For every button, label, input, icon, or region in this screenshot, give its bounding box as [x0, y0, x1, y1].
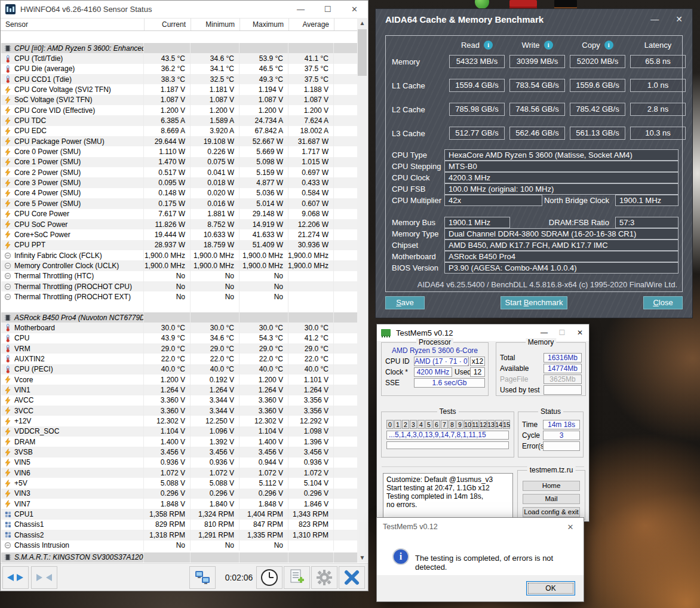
sensor-row[interactable]: VIN71.848 V1.840 V1.848 V1.846 V — [1, 499, 357, 509]
vertical-scrollbar[interactable]: ▲ ▼ — [357, 18, 367, 563]
clock-button[interactable] — [256, 566, 283, 589]
sensor-row[interactable]: Thermal Throttling (HTC)NoNoNo — [1, 271, 357, 281]
sensor-row[interactable]: Motherboard30.0 °C30.0 °C30.0 °C30.0 °C — [1, 323, 357, 333]
sensor-row[interactable]: CPU (PECI)40.0 °C40.0 °C40.0 °C40.0 °C — [1, 364, 357, 374]
test-button-5[interactable]: 5 — [425, 420, 432, 429]
maximize-icon[interactable]: ☐ — [314, 1, 341, 18]
exit-button[interactable] — [339, 566, 365, 589]
sensor-row[interactable]: SoC Voltage (SVI2 TFN)1.087 V1.087 V1.08… — [1, 95, 357, 105]
sensor-row[interactable]: Core 2 Power (SMU)0.517 W0.041 W5.159 W0… — [1, 167, 357, 177]
test-button-6[interactable]: 6 — [433, 420, 440, 429]
sensor-row[interactable]: Core 3 Power (SMU)0.095 W0.018 W4.877 W0… — [1, 177, 357, 188]
desktop-icon-fragment-black[interactable] — [554, 0, 577, 9]
ok-button[interactable]: OK — [526, 581, 575, 595]
sensor-row[interactable]: AVCC3.360 V3.344 V3.360 V3.356 V — [1, 395, 357, 406]
test-button-9[interactable]: 9 — [456, 420, 463, 429]
sensor-row[interactable]: +5V5.088 V5.088 V5.112 V5.104 V — [1, 478, 357, 488]
sensor-row[interactable]: CPU43.9 °C34.6 °C54.3 °C41.2 °C — [1, 333, 357, 343]
column-header-minimum[interactable]: Minimum — [191, 19, 240, 30]
sensor-row[interactable]: Chassis IntrusionNoNoNo — [1, 541, 357, 551]
read-info-icon[interactable]: i — [484, 41, 493, 50]
sensor-row[interactable]: CPU EDC8.669 A3.920 A67.842 A18.002 A — [1, 126, 357, 136]
dialog-titlebar[interactable]: TestMem5 v0.12 ✕ — [377, 518, 584, 536]
save-button[interactable]: Save — [385, 296, 425, 309]
sensor-row[interactable]: 3VSB3.456 V3.456 V3.456 V3.456 V — [1, 447, 357, 457]
copy-info-icon[interactable]: i — [604, 41, 613, 50]
test-button-8[interactable]: 8 — [449, 420, 456, 429]
close-icon[interactable]: ✕ — [341, 1, 368, 18]
sensor-row[interactable]: CPU Package Power (SMU)29.644 W19.108 W5… — [1, 136, 357, 146]
desktop-icon-fragment-red[interactable] — [509, 0, 537, 9]
sensor-row[interactable]: Chassis21,318 RPM1,291 RPM1,335 RPM1,310… — [1, 530, 357, 540]
test-button-14[interactable]: 14 — [495, 420, 502, 429]
sensor-row[interactable]: Core+SoC Power19.444 W10.633 W41.633 W21… — [1, 229, 357, 239]
sensor-row[interactable]: CPU PPT28.937 W18.759 W51.409 W30.936 W — [1, 240, 357, 250]
column-header-sensor[interactable]: Sensor — [1, 19, 144, 30]
sensor-row[interactable]: CPU Core Power7.617 W1.881 W29.148 W9.06… — [1, 209, 357, 219]
site-button-home[interactable]: Home — [523, 481, 580, 491]
sensor-row[interactable]: VRM29.0 °C29.0 °C29.0 °C29.0 °C — [1, 343, 357, 354]
sensor-row[interactable]: CPU CCD1 (Tdie)38.3 °C32.5 °C49.3 °C37.5… — [1, 74, 357, 84]
sensor-row[interactable]: Core 5 Power (SMU)0.175 W0.016 W5.014 W0… — [1, 198, 357, 208]
sensor-row[interactable]: CPU TDC6.385 A1.589 A24.734 A7.624 A — [1, 115, 357, 125]
sensor-row[interactable]: Infinity Fabric Clock (FCLK)1,900.0 MHz1… — [1, 250, 357, 260]
hwinfo-titlebar[interactable]: HWiNFO64 v6.26-4160 Sensor Status — ☐ ✕ — [1, 1, 368, 18]
sensor-row[interactable]: Memory Controller Clock (UCLK)1,900.0 MH… — [1, 260, 357, 271]
sensor-row[interactable]: Core 1 Power (SMU)1.470 W0.075 W5.098 W1… — [1, 157, 357, 167]
test-sequence-field-empty[interactable] — [386, 441, 509, 449]
sensor-row[interactable]: Core 0 Power (SMU)1.110 W0.226 W5.669 W1… — [1, 146, 357, 156]
test-button-3[interactable]: 3 — [410, 420, 417, 429]
sensor-row[interactable]: CPU (Tctl/Tdie)43.5 °C34.6 °C53.9 °C41.1… — [1, 53, 357, 63]
test-button-11[interactable]: 11 — [472, 420, 479, 429]
close-icon[interactable]: ✕ — [571, 324, 589, 341]
test-button-7[interactable]: 7 — [441, 420, 448, 429]
column-header-maximum[interactable]: Maximum — [240, 19, 288, 30]
scrollbar-thumb[interactable] — [358, 29, 367, 76]
sensor-row[interactable]: CPU SoC Power11.826 W8.752 W14.919 W12.2… — [1, 219, 357, 229]
sensor-row[interactable]: 3VCC3.360 V3.344 V3.360 V3.356 V — [1, 406, 357, 416]
aida64-titlebar[interactable]: AIDA64 Cache & Memory Benchmark — ✕ — [376, 9, 692, 29]
write-info-icon[interactable]: i — [544, 41, 553, 50]
sensor-row[interactable]: CPU Core VID (Effective)1.200 V1.200 V1.… — [1, 105, 357, 115]
nav-arrows-button[interactable] — [2, 566, 29, 589]
column-header-current[interactable]: Current — [144, 19, 191, 30]
sensor-row[interactable]: VIN30.296 V0.296 V0.296 V0.296 V — [1, 489, 357, 499]
test-button-2[interactable]: 2 — [402, 420, 409, 429]
sensor-row[interactable]: VDDCR_SOC1.104 V1.096 V1.104 V1.098 V — [1, 426, 357, 437]
sensor-row[interactable]: Thermal Throttling (PROCHOT EXT)NoNoNo — [1, 291, 357, 302]
test-button-0[interactable]: 0 — [386, 420, 394, 429]
sensor-row[interactable]: Vcore1.200 V0.192 V1.200 V1.101 V — [1, 374, 357, 385]
minimize-icon[interactable]: — — [650, 14, 659, 24]
sensor-row[interactable]: VIN11.264 V1.264 V1.264 V1.264 V — [1, 385, 357, 395]
close-button[interactable]: Close — [643, 296, 683, 309]
sensor-group-row[interactable]: ASRock B450 Pro4 (Nuvoton NCT6779D) — [1, 312, 357, 323]
close-icon[interactable]: ✕ — [557, 518, 584, 536]
sensor-row[interactable]: CPU Die (average)36.2 °C34.1 °C46.5 °C37… — [1, 64, 357, 74]
sensor-group-row[interactable]: CPU [#0]: AMD Ryzen 5 3600: Enhanced — [1, 43, 357, 53]
sensor-row[interactable]: CPU Core Voltage (SVI2 TFN)1.187 V1.181 … — [1, 84, 357, 94]
site-button-mail[interactable]: Mail — [523, 494, 580, 504]
testmem5-titlebar[interactable]: TestMem5 v0.12 — ☐ ✕ — [377, 324, 589, 341]
test-button-15[interactable]: 15 — [503, 420, 510, 429]
collapse-arrows-button[interactable] — [31, 566, 57, 589]
sensor-row[interactable]: Chassis1829 RPM810 RPM847 RPM823 RPM — [1, 520, 357, 530]
sensor-row[interactable]: VIN50.936 V0.936 V0.944 V0.936 V — [1, 457, 357, 468]
column-header-average[interactable]: Average — [288, 19, 334, 30]
close-icon[interactable]: ✕ — [676, 14, 683, 24]
scroll-down-icon[interactable]: ▼ — [357, 552, 367, 563]
start-benchmark-button[interactable]: Start Benchmark — [501, 296, 567, 309]
test-button-4[interactable]: 4 — [417, 420, 425, 429]
test-button-12[interactable]: 12 — [480, 420, 487, 429]
scroll-up-icon[interactable]: ▲ — [357, 18, 367, 28]
site-button-load-config-exit[interactable]: Load config & exit — [523, 507, 580, 517]
desktop-icon-fragment-green[interactable] — [475, 0, 489, 9]
test-button-1[interactable]: 1 — [394, 420, 401, 429]
sensor-row[interactable]: VIN61.072 V1.072 V1.072 V1.072 V — [1, 468, 357, 478]
minimize-icon[interactable]: — — [287, 1, 314, 18]
sensor-row[interactable]: +12V12.302 V12.250 V12.302 V12.292 V — [1, 416, 357, 426]
test-sequence-field[interactable]: ...5,1,4,3,0,13,9,14,7,8,1,11,15 — [386, 431, 509, 440]
settings-button[interactable] — [311, 566, 337, 589]
test-button-13[interactable]: 13 — [487, 420, 495, 429]
sensor-row[interactable]: DRAM1.400 V1.392 V1.400 V1.396 V — [1, 437, 357, 447]
remote-sensors-button[interactable] — [189, 566, 216, 589]
